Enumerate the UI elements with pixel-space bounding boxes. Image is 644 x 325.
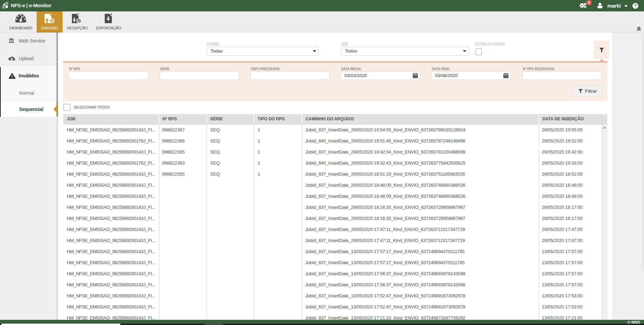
svg-text:?: ? bbox=[634, 3, 637, 8]
